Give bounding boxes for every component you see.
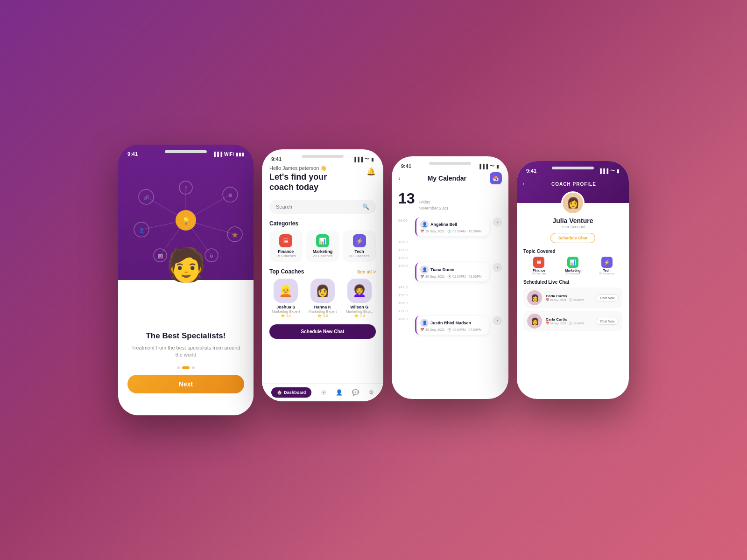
dot-3 [192,366,195,369]
search-bar[interactable]: 🔍 [269,200,376,214]
topic-marketing-name: Marketing [557,269,589,272]
schedule-new-chat-button[interactable]: Schedule New Chat [269,324,376,339]
live-chat-2: 👩 Carla Curtis 📅 29 Sep, 2021 🕔 05:30PM … [523,311,622,331]
live-chat-1: 👩 Carla Curtis 📅 29 Sep, 2021 🕔 05:30PM … [523,287,622,308]
category-marketing[interactable]: 📊 Marketing 20 Coaches [306,231,339,262]
svg-text:💡: 💡 [182,217,190,225]
status-icons-3: ▐▐▐ 〜 ▮ [478,163,499,169]
coach-3[interactable]: 👩‍🦱 Wilson G Marketing Exp... ⭐ 4.0 [343,279,376,318]
battery-3: ▮ [496,164,499,169]
chat-now-button-2[interactable]: Chat Now [596,318,619,325]
bottom-navigation: 🏠 Dashboard ⊞ 👤 💬 ⚙ [262,383,383,401]
phone-calendar: 9:41 ▐▐▐ 〜 ▮ ‹ My Calendar 📅 13 Friday [392,156,508,399]
time-slot-10: 10:00 [398,239,502,244]
categories-title: Categories [269,220,298,227]
wifi-icon: WiFi [224,152,234,157]
wifi-4: 〜 [610,168,615,174]
top-coaches-title: Top Coaches [269,268,304,275]
event-meta-3: 📅 29 Sep, 2021 🕔 05:00PM - 07:00PM [420,328,485,332]
categories-header: Categories [269,220,376,227]
battery-icon: ▮▮▮ [236,152,244,157]
coach-2-role: Marketing Expert [306,309,339,314]
tech-name: Tech [347,249,371,254]
status-icons-4: ▐▐▐ 〜 ▮ [599,168,620,174]
justin-avatar: 👤 [420,319,429,327]
time-slot-12: 12:00 [398,255,502,260]
date-day: Friday [419,199,449,205]
event-arrow-3[interactable]: › [493,316,502,325]
topic-finance[interactable]: 🏛 Finance 15 Coaches [523,257,555,275]
nav-chat-icon[interactable]: 💬 [352,389,359,396]
battery-4: ▮ [617,168,620,174]
phone-dashboard: 9:41 ▐▐▐ 〜 ▮ Hello James peterson 👋 Let'… [262,149,383,401]
topic-section-title: Topic Covered [523,249,622,254]
coach-1-avatar: 👱 [274,279,298,303]
category-finance[interactable]: 🏛 Finance 15 Coaches [269,231,303,262]
event-name-3: 👤 Justin Rhiel Madsen [420,319,485,327]
nav-profile-icon[interactable]: 👤 [336,389,343,396]
nav-settings-icon[interactable]: ⚙ [369,389,374,396]
time-16: 16:00 [398,300,411,305]
onboarding-bottom: The Best Specialists! Treatment from the… [118,322,254,415]
event-name-2: 👤 Tiana Donin [420,266,485,274]
nav-grid-icon[interactable]: ⊞ [321,389,326,396]
event-meta-1: 📅 29 Sep, 2021 🕐 09:30AM - 10:30AM [420,230,485,233]
topic-tech[interactable]: ⚡ Tech 08 Coaches [591,257,622,275]
calendar-content: ‹ My Calendar 📅 13 Friday November 2021 … [392,172,508,337]
time-slot-9: 09:00 👤 Angelina Bell 📅 29 Sep, 2021 🕐 0… [398,217,502,236]
time-slot-15: 15:00 [398,292,502,297]
next-button[interactable]: Next [127,375,244,393]
heading: Let's find your coach today [269,172,327,192]
onboarding-subtitle: Treatment from the best specialists from… [127,344,244,359]
time-15: 15:00 [398,292,411,297]
coach-profile-name: Julia Venture [523,217,622,224]
time-9: 09:00 [398,217,411,223]
finance-coaches: 15 Coaches [274,254,298,258]
category-tech[interactable]: ⚡ Tech 08 Coaches [343,231,376,262]
coach-2[interactable]: 👩 Hanna K Marketing Expert ⭐ 4.0 [306,279,339,318]
time-1: 9:41 [127,151,138,157]
search-input[interactable] [276,204,362,210]
marketing-coaches: 20 Coaches [311,254,335,258]
coach-profile-role: User Account [523,224,622,229]
live-chat-title: Scheduled Live Chat [523,280,622,285]
notification-icon[interactable]: 🔔 [366,167,376,176]
coach-3-name: Wilson G [343,305,376,309]
event-arrow-1[interactable]: › [493,217,502,227]
battery-2: ▮ [371,157,374,162]
status-bar-1: 9:41 ▐▐▐ WiFi ▮▮▮ [118,145,254,160]
chat-now-button-1[interactable]: Chat Now [596,294,619,301]
topics-row: 🏛 Finance 15 Coaches 📊 Marketing 20 Coac… [523,257,622,275]
svg-text:🔗: 🔗 [143,195,149,201]
time-18: 18:00 [398,316,411,321]
event-angelina[interactable]: 👤 Angelina Bell 📅 29 Sep, 2021 🕐 09:30AM… [415,217,489,236]
tech-icon: ⚡ [353,234,366,247]
back-button[interactable]: ‹ [398,175,401,182]
schedule-chat-button[interactable]: Schedule Chat [550,233,596,243]
marketing-name: Marketing [311,249,335,254]
dashboard-label: Dashboard [284,390,306,395]
time-17: 17:00 [398,308,411,313]
home-icon: 🏠 [277,390,282,395]
search-icon[interactable]: 🔍 [362,203,369,210]
calendar-title: My Calendar [404,175,490,182]
topic-marketing[interactable]: 📊 Marketing 20 Coaches [557,257,589,275]
calendar-toggle-button[interactable]: 📅 [490,172,502,184]
event-arrow-2[interactable]: › [493,263,502,272]
coaches-row: 👱 Joshua S Marketing Expert ⭐ 4.0 👩 Hann… [269,279,376,318]
topic-marketing-coaches: 20 Coaches [557,272,589,275]
event-justin[interactable]: 👤 Justin Rhiel Madsen 📅 29 Sep, 2021 🕔 0… [415,316,489,335]
time-slot-13: 13:00 👤 Tiana Donin 📅 29 Sep, 2021 🕑 02:… [398,263,502,281]
see-all-link[interactable]: See all > [357,269,376,274]
profile-header-bar: ‹ COACH PROFILE [517,177,629,191]
time-slot-11: 11:00 [398,247,502,252]
profile-header: 9:41 ▐▐▐ 〜 ▮ ‹ COACH PROFILE 👩 [517,161,629,203]
status-icons-1: ▐▐▐ WiFi ▮▮▮ [212,152,244,157]
chat-name-1: Carla Curtis [546,294,592,298]
nav-dashboard[interactable]: 🏠 Dashboard [271,387,311,398]
coach-1-role: Marketing Expert [269,309,303,314]
coach-1-rating: ⭐ 4.0 [269,314,303,318]
coach-3-avatar: 👩‍🦱 [347,279,372,303]
event-tiana[interactable]: 👤 Tiana Donin 📅 29 Sep, 2021 🕑 02:00PM -… [415,263,489,281]
coach-1[interactable]: 👱 Joshua S Marketing Expert ⭐ 4.0 [269,279,303,318]
